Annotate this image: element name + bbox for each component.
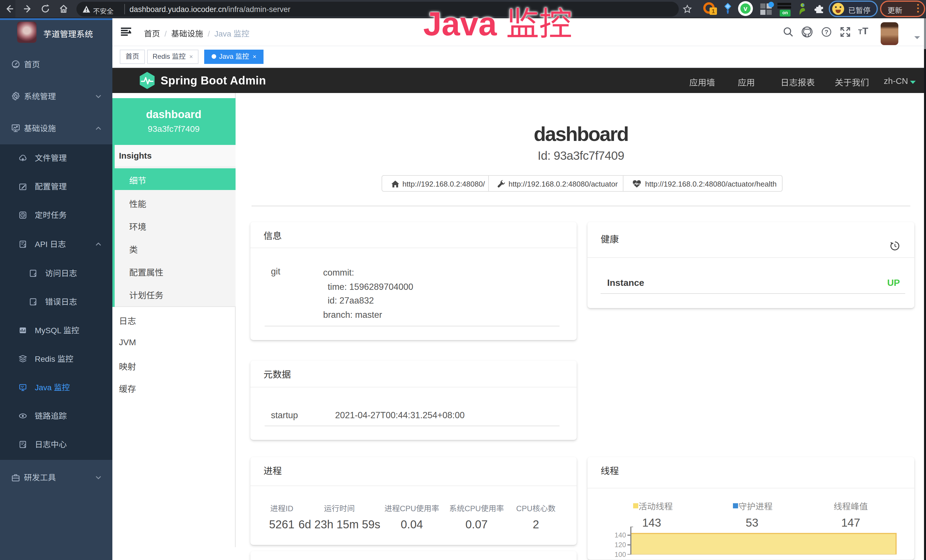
svg-text:?: ? [824,29,828,36]
